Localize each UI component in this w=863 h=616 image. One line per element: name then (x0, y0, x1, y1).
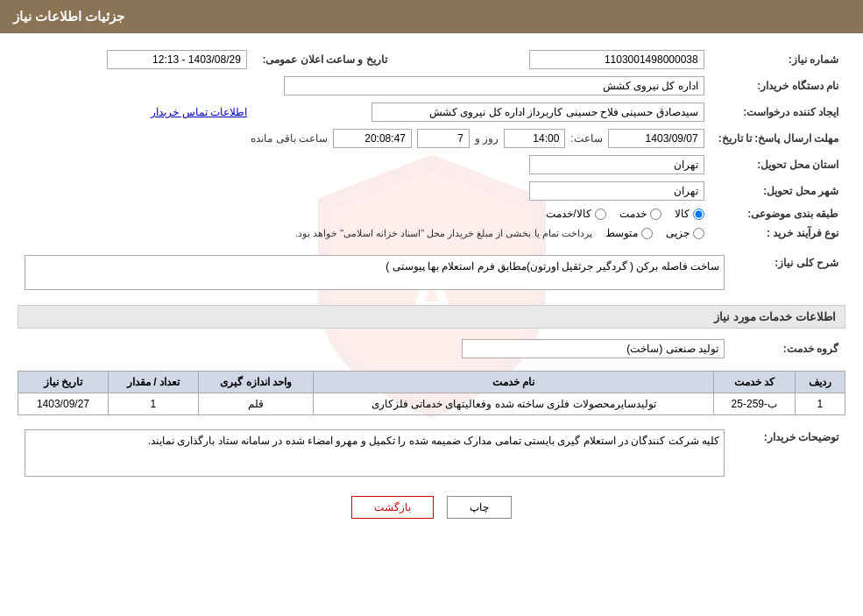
category-radio-group: کالا خدمت کالا/خدمت (25, 208, 704, 220)
col-row: ردیف (795, 372, 845, 393)
service-info-title: اطلاعات خدمات مورد نیاز (18, 305, 845, 329)
col-unit: واحد اندازه گیری (198, 372, 314, 393)
purchase-note: پرداخت تمام یا بخشی از مبلغ خریدار محل "… (295, 228, 592, 239)
purchase-type-label: نوع فرآیند خرید : (711, 223, 845, 243)
info-table: شماره نیاز: تاریخ و ساعت اعلان عمومی: نا… (18, 46, 845, 243)
buyer-notes-table: توضیحات خریدار: کلیه شرکت کنندگان در است… (18, 426, 845, 483)
col-date: تاریخ نیاز (18, 372, 109, 393)
category-option-both[interactable]: کالا/خدمت (546, 208, 605, 220)
requester-contact-link[interactable]: اطلاعات تماس خریدار (151, 106, 247, 118)
col-service-code: کد خدمت (713, 372, 795, 393)
buyer-notes-label: توضیحات خریدار: (732, 426, 845, 483)
cell-qty: 1 (108, 393, 198, 415)
service-group-label: گروه خدمت: (732, 336, 845, 362)
category-option-service[interactable]: خدمت (619, 208, 661, 220)
deadline-label: مهلت ارسال پاسخ: تا تاریخ: (711, 125, 845, 152)
deadline-remaining-label: ساعت باقی مانده (251, 132, 328, 145)
page-header: جزئیات اطلاعات نیاز (0, 0, 863, 33)
buyer-notes-textarea[interactable]: کلیه شرکت کنندگان در استعلام گیری بایستی… (25, 429, 725, 477)
buyer-org-label: نام دستگاه خریدار: (711, 73, 845, 99)
purchase-option-partial[interactable]: جزیی (666, 227, 704, 239)
deadline-remaining-input[interactable] (333, 129, 412, 148)
print-button[interactable]: چاپ (447, 496, 512, 519)
back-button[interactable]: بازگشت (351, 496, 434, 519)
cell-date: 1403/09/27 (18, 393, 109, 415)
province-input[interactable] (529, 155, 704, 174)
service-data-grid: ردیف کد خدمت نام خدمت واحد اندازه گیری ت… (18, 371, 845, 415)
service-group-table: گروه خدمت: (18, 336, 845, 362)
deadline-time-label: ساعت: (570, 132, 602, 145)
announcement-date-input[interactable] (107, 50, 247, 69)
deadline-date-input[interactable] (608, 129, 704, 148)
cell-name: تولیدسایرمحصولات فلزی ساخته شده وفعالیته… (314, 393, 714, 415)
announcement-date-label: تاریخ و ساعت اعلان عمومی: (254, 46, 394, 73)
purchase-type-radio-group: جزیی متوسط (605, 227, 704, 239)
service-group-input[interactable] (462, 339, 725, 358)
col-qty: تعداد / مقدار (108, 372, 198, 393)
cell-code: ب-259-25 (713, 393, 795, 415)
requester-input[interactable] (371, 103, 704, 122)
city-input[interactable] (529, 181, 704, 201)
action-buttons: چاپ بازگشت (18, 496, 845, 519)
description-textarea[interactable]: ساخت فاصله برکن ( گردگیر جرثقیل اورتون)م… (25, 255, 725, 290)
deadline-time-input[interactable] (504, 129, 565, 148)
deadline-days-label: روز و (475, 132, 499, 145)
description-label: شرح کلی نیاز: (732, 251, 845, 296)
category-option-goods[interactable]: کالا (675, 208, 704, 220)
city-label: شهر محل تحویل: (711, 178, 845, 204)
cell-row: 1 (795, 393, 845, 415)
page-title: جزئیات اطلاعات نیاز (13, 9, 124, 24)
request-number-label: شماره نیاز: (711, 46, 845, 73)
description-table: شرح کلی نیاز: ساخت فاصله برکن ( گردگیر ج… (18, 251, 845, 296)
cell-unit: قلم (198, 393, 314, 415)
requester-label: ایجاد کننده درخواست: (711, 99, 845, 125)
purchase-option-medium[interactable]: متوسط (605, 227, 653, 239)
table-row: 1 ب-259-25 تولیدسایرمحصولات فلزی ساخته ش… (18, 393, 845, 415)
province-label: استان محل تحویل: (711, 152, 845, 178)
col-service-name: نام خدمت (314, 372, 714, 393)
service-info-section: اطلاعات خدمات مورد نیاز گروه خدمت: ردیف (18, 305, 845, 415)
category-label: طبقه بندی موضوعی: (711, 204, 845, 223)
request-number-input[interactable] (529, 50, 704, 69)
deadline-days-input[interactable] (417, 129, 470, 148)
buyer-org-input[interactable] (284, 76, 704, 96)
